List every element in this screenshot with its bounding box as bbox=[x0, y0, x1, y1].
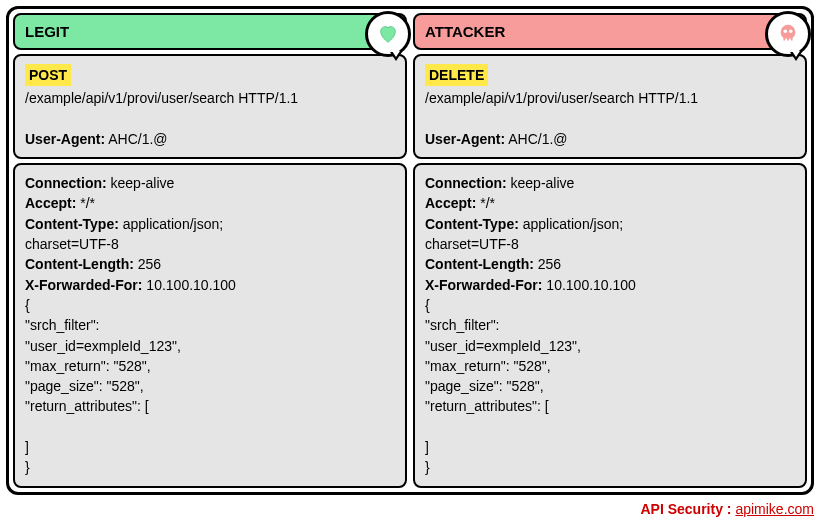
body-line: "return_attributes": [ bbox=[425, 396, 795, 416]
panel-title: LEGIT bbox=[25, 23, 69, 40]
body-line: "user_id=exmpleId_123", bbox=[25, 336, 395, 356]
header-value: */* bbox=[480, 195, 495, 211]
user-agent-line: User-Agent: AHC/1.@ bbox=[25, 129, 395, 149]
http-method: POST bbox=[25, 64, 71, 86]
body-line: { bbox=[425, 295, 795, 315]
footer-link[interactable]: apimike.com bbox=[735, 501, 814, 517]
request-url: /example/api/v1/provi/user/search HTTP/1… bbox=[425, 88, 795, 108]
body-line: ] bbox=[425, 437, 795, 457]
body-line: } bbox=[425, 457, 795, 477]
comparison-container: LEGITPOST/example/api/v1/provi/user/sear… bbox=[6, 6, 814, 495]
body-line: "max_return": "528", bbox=[25, 356, 395, 376]
header-key: Connection: bbox=[25, 175, 107, 191]
user-agent-label: User-Agent: bbox=[425, 131, 505, 147]
heart-icon bbox=[365, 11, 411, 57]
user-agent-value: AHC/1.@ bbox=[108, 131, 167, 147]
header-value: 256 bbox=[138, 256, 161, 272]
header-key: Accept: bbox=[25, 195, 76, 211]
body-line: "srch_filter": bbox=[25, 315, 395, 335]
header-key: Connection: bbox=[425, 175, 507, 191]
body-line: "user_id=exmpleId_123", bbox=[425, 336, 795, 356]
panel-title: ATTACKER bbox=[425, 23, 505, 40]
header-value: application/json; bbox=[523, 216, 623, 232]
header-value: charset=UTF-8 bbox=[425, 236, 519, 252]
headers-body-section: Connection: keep-aliveAccept: */*Content… bbox=[413, 163, 807, 487]
skull-icon bbox=[765, 11, 811, 57]
headers-body-section: Connection: keep-aliveAccept: */*Content… bbox=[13, 163, 407, 487]
header-line: Accept: */* bbox=[425, 193, 795, 213]
header-key: Content-Length: bbox=[425, 256, 534, 272]
panel-attacker: ATTACKERDELETE/example/api/v1/provi/user… bbox=[413, 13, 807, 488]
header-line: X-Forwarded-For: 10.100.10.100 bbox=[425, 275, 795, 295]
footer: API Security : apimike.com bbox=[6, 501, 814, 517]
header-key: Accept: bbox=[425, 195, 476, 211]
user-agent-label: User-Agent: bbox=[25, 131, 105, 147]
header-value: 10.100.10.100 bbox=[546, 277, 636, 293]
request-section: DELETE/example/api/v1/provi/user/search … bbox=[413, 54, 807, 159]
request-section: POST/example/api/v1/provi/user/search HT… bbox=[13, 54, 407, 159]
http-method: DELETE bbox=[425, 64, 488, 86]
header-value: charset=UTF-8 bbox=[25, 236, 119, 252]
header-value: keep-alive bbox=[111, 175, 175, 191]
header-line: Connection: keep-alive bbox=[25, 173, 395, 193]
request-url: /example/api/v1/provi/user/search HTTP/1… bbox=[25, 88, 395, 108]
body-line: { bbox=[25, 295, 395, 315]
body-line: "page_size": "528", bbox=[25, 376, 395, 396]
body-line bbox=[425, 417, 795, 437]
header-key: Content-Length: bbox=[25, 256, 134, 272]
header-line: Connection: keep-alive bbox=[425, 173, 795, 193]
header-value: 10.100.10.100 bbox=[146, 277, 236, 293]
body-line: "max_return": "528", bbox=[425, 356, 795, 376]
header-value: application/json; bbox=[123, 216, 223, 232]
body-line: "srch_filter": bbox=[425, 315, 795, 335]
header-line: Accept: */* bbox=[25, 193, 395, 213]
panel-header-legit: LEGIT bbox=[13, 13, 407, 50]
header-line: Content-Length: 256 bbox=[425, 254, 795, 274]
header-line: Content-Type: application/json; bbox=[25, 214, 395, 234]
body-line: "page_size": "528", bbox=[425, 376, 795, 396]
header-value: 256 bbox=[538, 256, 561, 272]
user-agent-value: AHC/1.@ bbox=[508, 131, 567, 147]
header-line: Content-Length: 256 bbox=[25, 254, 395, 274]
header-key: Content-Type: bbox=[25, 216, 119, 232]
header-key: X-Forwarded-For: bbox=[425, 277, 542, 293]
header-line: charset=UTF-8 bbox=[25, 234, 395, 254]
body-line: "return_attributes": [ bbox=[25, 396, 395, 416]
header-line: X-Forwarded-For: 10.100.10.100 bbox=[25, 275, 395, 295]
panel-header-attacker: ATTACKER bbox=[413, 13, 807, 50]
header-value: */* bbox=[80, 195, 95, 211]
header-value: keep-alive bbox=[511, 175, 575, 191]
header-key: Content-Type: bbox=[425, 216, 519, 232]
body-line bbox=[25, 417, 395, 437]
header-line: charset=UTF-8 bbox=[425, 234, 795, 254]
header-key: X-Forwarded-For: bbox=[25, 277, 142, 293]
body-line: } bbox=[25, 457, 395, 477]
header-line: Content-Type: application/json; bbox=[425, 214, 795, 234]
user-agent-line: User-Agent: AHC/1.@ bbox=[425, 129, 795, 149]
body-line: ] bbox=[25, 437, 395, 457]
panel-legit: LEGITPOST/example/api/v1/provi/user/sear… bbox=[13, 13, 407, 488]
footer-label: API Security : bbox=[640, 501, 731, 517]
